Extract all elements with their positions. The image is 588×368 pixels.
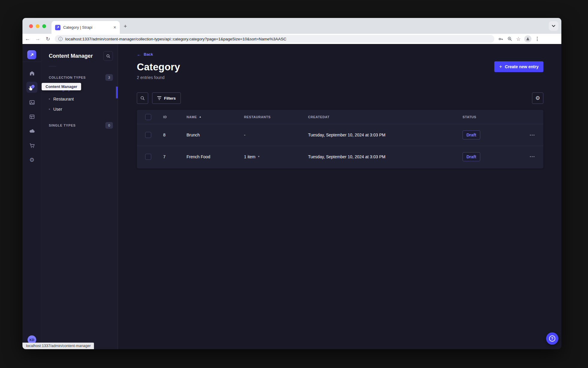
cell-restaurants: - xyxy=(244,133,308,137)
table-row[interactable]: 8 Brunch - Tuesday, September 10, 2024 a… xyxy=(137,124,543,146)
content-manager-tooltip: Content Manager xyxy=(42,83,81,90)
nav-item-label: Restaurant xyxy=(53,97,74,101)
sidebar-item-home[interactable] xyxy=(26,68,37,79)
arrow-left-icon: ← xyxy=(137,52,141,57)
active-item-indicator xyxy=(116,86,118,98)
main-navigation-rail: ⚙ KD xyxy=(22,44,41,349)
back-icon[interactable]: ← xyxy=(22,36,33,42)
sidebar-item-content-type-builder[interactable] xyxy=(26,111,37,122)
cell-name: French Food xyxy=(187,154,244,159)
tab-strip: Category | Strapi × + xyxy=(22,18,561,34)
nav-item-label: User xyxy=(53,107,62,112)
settings-gear-icon: ⚙ xyxy=(29,157,34,163)
strapi-logo-icon[interactable] xyxy=(27,50,36,59)
row-checkbox[interactable] xyxy=(145,132,151,138)
entries-table: ID NAME▲ RESTAURANTS CREATEDAT STATUS 8 … xyxy=(137,110,543,168)
bullet-icon xyxy=(49,109,50,110)
search-icon xyxy=(140,96,145,101)
cell-name: Brunch xyxy=(187,133,244,137)
help-button[interactable]: ? xyxy=(546,332,558,345)
toolbar-actions: ☆ xyxy=(498,35,539,42)
tab-search-chevron-icon[interactable] xyxy=(549,21,558,31)
collection-types-count-badge: 3 xyxy=(105,74,113,81)
sidebar-item-settings[interactable]: ⚙ xyxy=(26,154,37,165)
sidebar-item-user[interactable]: User xyxy=(42,104,118,114)
sidebar-item-marketplace[interactable] xyxy=(26,140,37,151)
url-bar[interactable]: i localhost:1337/admin/content-manager/c… xyxy=(55,35,494,43)
browser-toolbar: ← → ↻ i localhost:1337/admin/content-man… xyxy=(22,34,561,44)
window-controls[interactable] xyxy=(29,24,46,28)
bookmark-star-icon[interactable]: ☆ xyxy=(516,36,521,42)
select-all-checkbox[interactable] xyxy=(145,114,151,120)
password-key-icon[interactable] xyxy=(498,36,504,42)
status-badge: Draft xyxy=(463,152,480,161)
mouse-cursor-icon xyxy=(28,86,33,92)
subnav-search-button[interactable] xyxy=(103,51,113,61)
status-bar-link: localhost:1337/admin/content-manager xyxy=(22,343,94,349)
sort-asc-icon: ▲ xyxy=(199,115,202,118)
column-header-createdat[interactable]: CREATEDAT xyxy=(308,115,463,119)
forward-icon[interactable]: → xyxy=(33,36,43,42)
browser-tab[interactable]: Category | Strapi × xyxy=(51,21,120,34)
bullet-icon xyxy=(49,98,50,100)
back-link[interactable]: ← Back xyxy=(137,52,153,57)
row-actions-menu-icon[interactable] xyxy=(529,154,535,159)
plus-icon: + xyxy=(499,65,502,69)
tab-close-icon[interactable]: × xyxy=(113,25,116,30)
media-library-icon xyxy=(29,99,35,105)
chevron-down-icon: ▼ xyxy=(257,155,260,158)
cart-icon xyxy=(29,143,35,149)
gear-icon: ⚙ xyxy=(535,95,540,101)
close-window-button[interactable] xyxy=(29,24,33,28)
cell-restaurants[interactable]: 1 item▼ xyxy=(244,154,308,159)
single-types-count-badge: 0 xyxy=(105,122,113,129)
row-actions-menu-icon[interactable] xyxy=(529,133,535,137)
subnav-divider xyxy=(49,66,56,66)
table-header-row: ID NAME▲ RESTAURANTS CREATEDAT STATUS xyxy=(137,110,543,124)
maximize-window-button[interactable] xyxy=(42,24,46,28)
column-header-status[interactable]: STATUS xyxy=(463,115,521,119)
home-icon xyxy=(29,70,35,76)
tab-title: Category | Strapi xyxy=(63,25,111,30)
create-new-entry-button[interactable]: + Create new entry xyxy=(494,61,543,72)
url-text[interactable]: localhost:1337/admin/content-manager/col… xyxy=(65,37,287,41)
rail-divider xyxy=(22,62,41,62)
subnav-title: Content Manager xyxy=(49,53,93,59)
page-title: Category xyxy=(137,61,180,73)
minimize-window-button[interactable] xyxy=(36,24,40,28)
column-header-restaurants[interactable]: RESTAURANTS xyxy=(244,115,308,119)
sidebar-item-restaurant[interactable]: Restaurant xyxy=(42,94,118,104)
view-settings-button[interactable]: ⚙ xyxy=(532,92,543,104)
question-mark-icon: ? xyxy=(549,335,555,342)
back-label: Back xyxy=(144,52,153,57)
single-types-section: SINGLE TYPES 0 xyxy=(42,122,118,129)
strapi-favicon-icon xyxy=(55,25,60,30)
search-icon xyxy=(106,54,110,58)
collection-types-section: COLLECTION TYPES 3 xyxy=(42,74,118,81)
cell-createdat: Tuesday, September 10, 2024 at 3:03 PM xyxy=(308,154,463,159)
sidebar-item-cloud[interactable] xyxy=(26,125,37,136)
browser-menu-icon[interactable] xyxy=(535,37,539,41)
sidebar-item-media-library[interactable] xyxy=(26,97,37,108)
collection-types-label: COLLECTION TYPES xyxy=(49,76,86,79)
browser-profile-icon[interactable] xyxy=(524,35,531,42)
filters-button[interactable]: Filters xyxy=(152,92,181,104)
zoom-icon[interactable] xyxy=(507,36,513,42)
table-search-button[interactable] xyxy=(137,92,148,104)
browser-window: Category | Strapi × + ← → ↻ i localhost:… xyxy=(22,18,561,349)
create-button-label: Create new entry xyxy=(505,64,539,69)
reload-icon[interactable]: ↻ xyxy=(43,36,53,42)
new-tab-button[interactable]: + xyxy=(124,23,127,29)
strapi-admin: ⚙ KD Content Manager COLLECTION TYPES 3 xyxy=(22,44,561,349)
cell-id: 8 xyxy=(163,133,187,137)
status-badge: Draft xyxy=(463,130,480,139)
filter-icon xyxy=(157,96,161,100)
filters-label: Filters xyxy=(164,96,176,101)
table-row[interactable]: 7 French Food 1 item▼ Tuesday, September… xyxy=(137,146,543,167)
column-header-name[interactable]: NAME▲ xyxy=(187,115,244,119)
column-header-id[interactable]: ID xyxy=(163,115,187,119)
cloud-icon xyxy=(29,128,35,134)
cell-createdat: Tuesday, September 10, 2024 at 3:03 PM xyxy=(308,133,463,137)
site-info-icon[interactable]: i xyxy=(58,37,63,41)
row-checkbox[interactable] xyxy=(145,154,151,160)
